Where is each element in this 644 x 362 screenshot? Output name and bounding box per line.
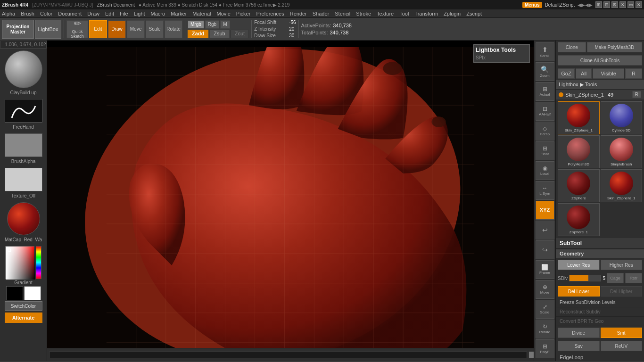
tool-thumb-skin2[interactable]: Skin_ZSphere_1 [601, 169, 643, 202]
goz-button[interactable]: GoZ [558, 68, 575, 79]
alternate-button[interactable]: Alternate [5, 313, 42, 323]
win-btn-5[interactable]: ▭ [627, 1, 634, 8]
aahalf-tool[interactable]: ⊟ AAHalf [536, 102, 554, 121]
win-btn-1[interactable]: ⊞ [595, 1, 602, 8]
menu-zscript[interactable]: Zscript [466, 11, 482, 16]
menus-button[interactable]: Menus [522, 2, 542, 8]
move-button[interactable]: Move [127, 20, 145, 38]
zoom-tool[interactable]: 🔍 Zoom [536, 62, 554, 81]
visible-button[interactable]: Visible [593, 68, 624, 79]
scroll-tool[interactable]: ⬆ Scroll [536, 42, 554, 61]
reconstruct-subdiv-button[interactable]: Reconstruct Subdiv [556, 307, 644, 317]
menu-marker[interactable]: Marker [171, 11, 187, 16]
draw-button[interactable]: Draw [108, 20, 126, 38]
lightbox-button[interactable]: LightBox [35, 20, 61, 39]
del-lower-button[interactable]: Del Lower [558, 286, 600, 296]
suv-button[interactable]: Suv [558, 341, 600, 351]
menu-light[interactable]: Light [134, 11, 145, 16]
rotate-button[interactable]: Rotate [165, 20, 182, 38]
scale-tool[interactable]: ⤢ Scale [536, 300, 554, 319]
menu-preferences[interactable]: Preferences [256, 11, 284, 16]
scale-button[interactable]: Scale [146, 20, 164, 38]
win-btn-6[interactable]: ✕ [636, 1, 642, 8]
rotate-redo-tool[interactable]: ↪ [536, 240, 554, 259]
all-button[interactable]: All [576, 68, 592, 79]
menu-texture[interactable]: Texture [377, 11, 394, 16]
smt-button[interactable]: Smt [601, 328, 643, 338]
win-btn-4[interactable]: ✕ [619, 1, 626, 8]
edgeloop-item[interactable]: EdgeLoop [556, 353, 644, 361]
lsym-tool[interactable]: ↔ L.Sym [536, 181, 554, 200]
del-higher-button[interactable]: Del Higher [601, 286, 643, 296]
rgb-button[interactable]: Rgb [205, 20, 219, 29]
zadd-button[interactable]: Zadd [188, 30, 208, 38]
polyf-tool[interactable]: ⊞ PolyF [536, 339, 554, 358]
menu-render[interactable]: Render [290, 11, 307, 16]
zcut-button[interactable]: Zcut [231, 30, 249, 38]
skin-r-button[interactable]: R [632, 91, 641, 98]
swatch-white[interactable] [24, 286, 41, 300]
r-button[interactable]: R [625, 68, 642, 79]
matcap-swatch[interactable] [7, 202, 40, 235]
divide-button[interactable]: Divide [558, 328, 600, 338]
actual-tool[interactable]: ⊞ Actual [536, 82, 554, 101]
hue-slider[interactable] [36, 246, 41, 279]
menu-stencil[interactable]: Stencil [335, 11, 350, 16]
win-btn-2[interactable]: ⊟ [603, 1, 610, 8]
make-polymesh-button[interactable]: Make PolyMesh3D [587, 42, 642, 52]
win-btn-3[interactable]: ⊠ [611, 1, 618, 8]
higher-res-button[interactable]: Higher Res [601, 260, 643, 270]
brush-swatch[interactable] [5, 50, 42, 88]
freehand-swatch[interactable] [5, 99, 42, 123]
menu-edit[interactable]: Edit [105, 11, 114, 16]
tool-thumb-skin1[interactable]: Skin_ZSphere_1 [558, 101, 600, 134]
floor-tool[interactable]: ⊞ Floor [536, 141, 554, 160]
menu-color[interactable]: Color [40, 11, 52, 16]
frame-tool[interactable]: ⬜ Frame [536, 260, 554, 279]
projection-master-button[interactable]: Projection Master [2, 20, 34, 39]
xyz-tool[interactable]: XYZ [536, 201, 554, 220]
menu-alpha[interactable]: Alpha [2, 11, 15, 16]
menu-material[interactable]: Material [192, 11, 211, 16]
mrgb-button[interactable]: Mrgb [188, 20, 204, 29]
tool-thumb-zsphere1[interactable]: ZSphere_1 [558, 203, 600, 236]
menu-tool[interactable]: Tool [399, 11, 409, 16]
menu-document[interactable]: Document [58, 11, 82, 16]
menu-movie[interactable]: Movie [216, 11, 230, 16]
clone-all-subtools-button[interactable]: Clone All SubTools [558, 55, 642, 66]
timeline-handle[interactable] [529, 352, 534, 358]
tool-thumb-zsphere[interactable]: ZSphere [558, 169, 600, 202]
menu-transform[interactable]: Transform [414, 11, 438, 16]
menu-stroke[interactable]: Stroke [356, 11, 371, 16]
rstr-button[interactable]: Rstr [625, 273, 642, 283]
quick-sketch-button[interactable]: ✏ Quick Sketch [66, 20, 88, 38]
m-button[interactable]: M [220, 20, 230, 29]
color-picker[interactable] [5, 246, 34, 279]
tool-thumb-polymesh[interactable]: PolyMesh3D [558, 135, 600, 168]
menu-shader[interactable]: Shader [313, 11, 329, 16]
tool-thumb-simplebrush[interactable]: SimpleBrush [601, 135, 643, 168]
lightbox-breadcrumb[interactable]: Lightbox ▶ Tools [556, 80, 644, 90]
swatch-black[interactable] [6, 286, 23, 300]
reuv-button[interactable]: ReUV [601, 341, 643, 351]
texture-swatch[interactable] [5, 168, 42, 191]
menu-draw[interactable]: Draw [87, 11, 99, 16]
timeline[interactable] [49, 352, 527, 358]
tool-thumb-cylinder[interactable]: Cylinder3D [601, 101, 643, 134]
local-tool[interactable]: ◉ Local [536, 161, 554, 180]
rotate-undo-tool[interactable]: ↩ [536, 221, 554, 239]
menu-picker[interactable]: Picker [236, 11, 251, 16]
canvas-area[interactable]: Lightbox Tools SPIx [47, 41, 534, 361]
menu-macro[interactable]: Macro [151, 11, 165, 16]
convert-bpr-button[interactable]: Convert BPR To Geo [556, 317, 644, 326]
menu-zplugin[interactable]: Zplugin [444, 11, 461, 16]
rotate-tool[interactable]: ↻ Rotate [536, 320, 554, 338]
persp-tool[interactable]: ◇ Persp [536, 122, 554, 140]
zsub-button[interactable]: Zsub [209, 30, 229, 38]
freeze-subdiv-button[interactable]: Freeze SubDivision Levels [556, 298, 644, 307]
sdiv-slider[interactable] [569, 275, 601, 281]
brushalpha-swatch[interactable] [5, 133, 42, 157]
move-tool[interactable]: ⊕ Move [536, 280, 554, 299]
menu-brush[interactable]: Brush [21, 11, 34, 16]
cage-button[interactable]: Cage [607, 273, 624, 283]
